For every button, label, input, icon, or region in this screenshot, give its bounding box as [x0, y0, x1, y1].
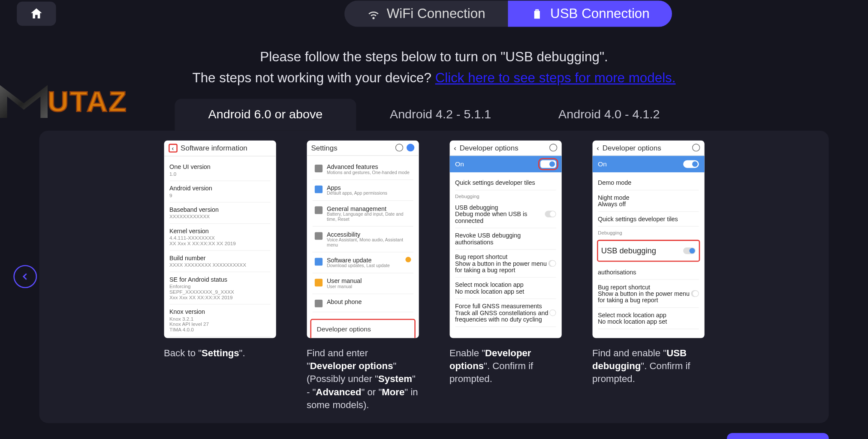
step-4: ‹ Developer options On Demo modeNight mo… [592, 140, 704, 412]
prev-arrow-button[interactable] [13, 265, 37, 289]
instruction-text: Please follow the steps below to turn on… [0, 47, 868, 89]
developer-toggle-highlighted [540, 160, 556, 168]
search-icon [692, 144, 699, 152]
usb-tab-label: USB Connection [550, 6, 650, 21]
phone1-title: Software information [181, 144, 271, 152]
tab-android-6[interactable]: Android 6.0 or above [175, 99, 356, 130]
developer-toggle [683, 160, 699, 168]
caption-1: Back to "Settings". [164, 347, 276, 360]
usb-connection-tab[interactable]: USB Connection [508, 0, 672, 27]
home-icon [29, 6, 44, 21]
wifi-icon [367, 7, 380, 21]
phone3-title: Developer options [460, 144, 546, 152]
caption-2: Find and enter "Developer options" (Poss… [307, 347, 419, 412]
complete-button[interactable]: Complete [727, 433, 829, 439]
wifi-connection-tab[interactable]: WiFi Connection [344, 0, 507, 27]
tab-android-42[interactable]: Android 4.2 - 5.1.1 [356, 99, 525, 130]
more-models-link[interactable]: Click here to see steps for more models. [435, 70, 676, 85]
dev-on-label: On [455, 160, 464, 168]
phone2-title: Settings [311, 144, 392, 152]
step-3: ‹ Developer options On Quick settings de… [449, 140, 561, 412]
usb-icon [530, 7, 543, 21]
chevron-left-icon [20, 272, 30, 282]
search-icon [395, 144, 403, 152]
usb-debugging-highlighted: USB debugging [597, 240, 699, 262]
caption-3: Enable "Developer options". Confirm if p… [449, 347, 561, 386]
back-icon-highlighted: ‹ [168, 144, 177, 152]
steps-panel: ‹ Software information One UI version1.0… [39, 130, 829, 423]
caption-4: Find and enable "USB debugging". Confirm… [592, 347, 704, 386]
wifi-tab-label: WiFi Connection [387, 6, 485, 21]
step-1: ‹ Software information One UI version1.0… [164, 140, 276, 412]
step-2: Settings Advanced featuresMotions and ge… [307, 140, 419, 412]
home-button[interactable] [17, 2, 56, 26]
account-icon [406, 144, 414, 152]
watermark-logo: UTAZ [0, 85, 127, 118]
developer-options-highlighted: Developer options [310, 319, 415, 338]
tab-android-40[interactable]: Android 4.0 - 4.1.2 [525, 99, 693, 130]
search-icon [549, 144, 557, 152]
phone4-title: Developer options [603, 144, 689, 152]
